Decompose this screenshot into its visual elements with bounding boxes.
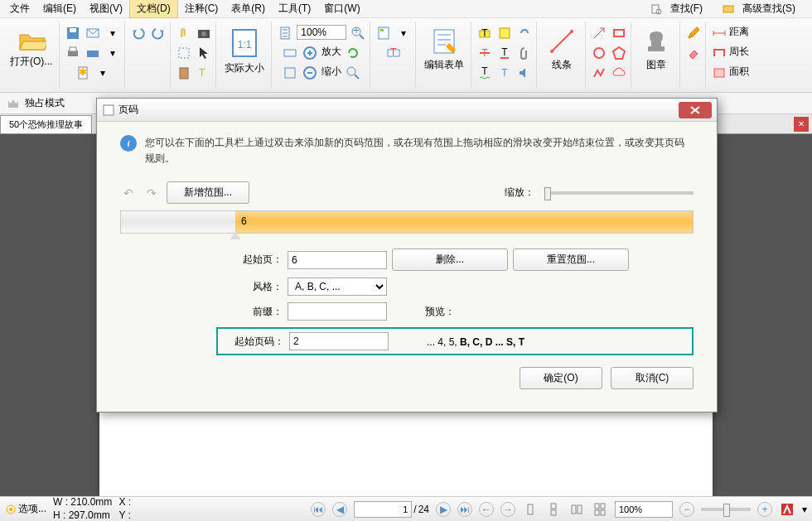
hand-icon[interactable] xyxy=(176,25,192,41)
link-tool-icon[interactable] xyxy=(516,25,533,41)
svg-point-47 xyxy=(594,48,604,58)
page-input[interactable] xyxy=(354,501,412,518)
find-button[interactable]: 查找(F) xyxy=(644,0,716,19)
perimeter-icon[interactable] xyxy=(711,45,727,61)
open-button[interactable]: 打开(O)... xyxy=(7,23,56,72)
menu-form[interactable]: 表单(R) xyxy=(225,0,272,17)
last-page-button[interactable]: ⏭ xyxy=(457,502,472,517)
squiggly-icon[interactable]: T xyxy=(476,65,493,81)
style-select[interactable]: A, B, C, ... xyxy=(288,277,387,296)
startnum-input[interactable] xyxy=(289,332,389,350)
options-button[interactable]: 选项... xyxy=(5,502,46,516)
menu-window[interactable]: 窗口(W) xyxy=(317,0,366,17)
facing-icon[interactable] xyxy=(568,501,585,518)
pointer-icon[interactable] xyxy=(196,45,212,61)
zoomout-icon[interactable] xyxy=(302,65,318,81)
menu-document[interactable]: 文档(D) xyxy=(129,0,178,18)
single-page-icon[interactable] xyxy=(522,501,539,518)
save-icon[interactable] xyxy=(65,25,81,41)
dropdown-icon[interactable]: ▾ xyxy=(395,25,412,41)
close-tab-button[interactable]: ✕ xyxy=(794,117,809,132)
new-icon[interactable]: ✱ xyxy=(75,65,91,81)
zoom-in-button[interactable]: + xyxy=(757,502,772,517)
form-icon[interactable] xyxy=(375,25,392,41)
pencil-icon[interactable] xyxy=(685,25,702,41)
clipboard-icon[interactable] xyxy=(176,65,192,81)
zoom-btn-icon[interactable]: + xyxy=(350,25,366,41)
reset-range-button[interactable]: 重置范围... xyxy=(513,248,629,271)
delete-button[interactable]: 删除... xyxy=(392,248,508,271)
zoom-slider-status[interactable] xyxy=(701,508,751,511)
cancel-button[interactable]: 取消(C) xyxy=(611,367,694,389)
area-icon[interactable] xyxy=(711,65,727,81)
continuous-facing-icon[interactable] xyxy=(592,501,608,518)
rect-icon[interactable] xyxy=(611,25,627,41)
first-page-button[interactable]: ⏮ xyxy=(311,502,326,517)
caret-icon[interactable]: T xyxy=(496,65,513,81)
menu-tool[interactable]: 工具(T) xyxy=(272,0,317,17)
redo-icon[interactable] xyxy=(150,25,167,41)
startpage-input[interactable] xyxy=(288,251,387,269)
polygon-icon[interactable] xyxy=(611,45,627,61)
prev-page-button[interactable]: ◀ xyxy=(332,502,347,517)
dropdown-icon[interactable]: ▾ xyxy=(104,45,121,61)
link-icon[interactable]: ▾ xyxy=(94,65,111,81)
next-page-button[interactable]: ▶ xyxy=(436,502,451,517)
stamp-button[interactable]: 图章 xyxy=(636,23,676,75)
loupe-icon[interactable] xyxy=(345,65,361,81)
zoom-slider[interactable] xyxy=(544,191,694,195)
sound-icon[interactable] xyxy=(516,65,533,81)
attach-icon[interactable] xyxy=(516,45,533,61)
advanced-find-button[interactable]: 高级查找(S) xyxy=(716,0,809,19)
forward-button[interactable]: → xyxy=(500,502,515,517)
refresh-icon[interactable] xyxy=(345,45,361,61)
eraser-icon[interactable] xyxy=(685,45,702,61)
undo-button[interactable]: ↶ xyxy=(120,186,137,200)
text-select-icon[interactable]: T xyxy=(196,65,212,81)
cloud-icon[interactable] xyxy=(611,65,627,81)
lines-button[interactable]: 线条 xyxy=(542,23,582,75)
polyline-icon[interactable] xyxy=(591,65,607,81)
zoom-out-button[interactable]: − xyxy=(679,502,694,517)
strikeout-icon[interactable]: T xyxy=(476,45,493,61)
fit-visible-icon[interactable] xyxy=(282,65,298,81)
back-button[interactable]: ← xyxy=(479,502,494,517)
distance-icon[interactable] xyxy=(711,25,727,41)
dropdown-icon[interactable]: ▾ xyxy=(104,25,121,41)
zoom-input[interactable] xyxy=(615,501,673,518)
edit-form-button[interactable]: 编辑表单 xyxy=(421,23,467,75)
text-field-icon[interactable]: T xyxy=(385,45,402,61)
zoomin-icon[interactable] xyxy=(302,45,318,61)
print-icon[interactable] xyxy=(65,45,81,61)
ok-button[interactable]: 确定(O) xyxy=(520,367,602,389)
snapshot-icon[interactable] xyxy=(196,25,212,41)
undo-icon[interactable] xyxy=(130,25,147,41)
continuous-icon[interactable] xyxy=(545,501,562,518)
underline-icon[interactable]: T xyxy=(496,45,513,61)
actual-size-button[interactable]: 1:1 实际大小 xyxy=(221,23,268,79)
highlight-icon[interactable]: T xyxy=(476,25,493,41)
fit-width-icon[interactable] xyxy=(282,45,298,61)
redo-button[interactable]: ↷ xyxy=(143,186,160,200)
scan-icon[interactable] xyxy=(85,45,101,61)
new-range-button[interactable]: 新增范围... xyxy=(167,181,249,204)
note-icon[interactable] xyxy=(496,25,513,41)
range-thumb[interactable] xyxy=(230,231,240,243)
email-icon[interactable] xyxy=(85,25,101,41)
menu-comment[interactable]: 注释(C) xyxy=(178,0,225,17)
circle-icon[interactable] xyxy=(591,45,607,61)
menu-edit[interactable]: 编辑(E) xyxy=(36,0,83,17)
menu-chevron-icon[interactable]: ▾ xyxy=(802,504,807,515)
exclusive-mode-button[interactable]: 独占模式 xyxy=(25,96,65,110)
menu-view[interactable]: 视图(V) xyxy=(83,0,129,17)
zoom-combo[interactable] xyxy=(297,25,346,40)
range-ruler[interactable]: 6 xyxy=(120,210,694,234)
page-dims: W : 210.0mmH : 297.0mm xyxy=(53,497,112,520)
dialog-close-button[interactable] xyxy=(679,102,712,118)
fit-page-icon[interactable] xyxy=(277,25,293,41)
prefix-input[interactable] xyxy=(288,302,387,321)
arrow-icon[interactable] xyxy=(591,25,607,41)
menu-file[interactable]: 文件 xyxy=(3,0,36,17)
document-tab[interactable]: 50个恐怖推理故事 xyxy=(0,115,92,133)
select-icon[interactable] xyxy=(176,45,192,61)
